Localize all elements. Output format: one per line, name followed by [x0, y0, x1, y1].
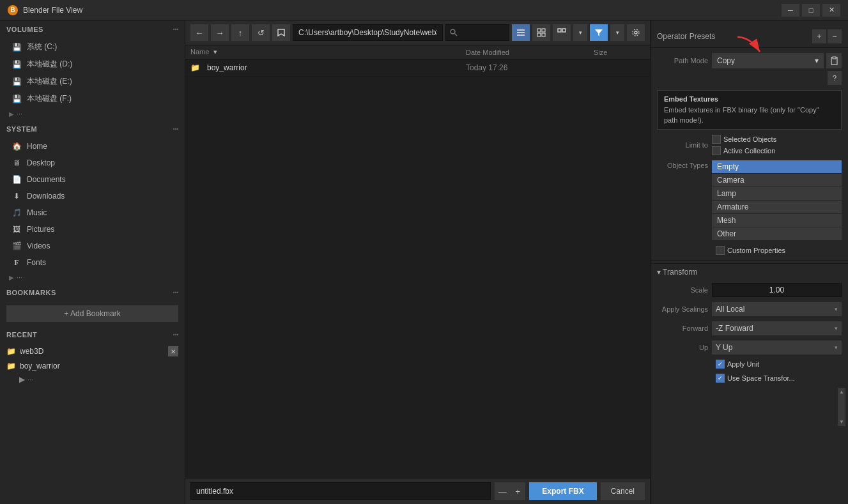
bookmarks-section-header[interactable]: Bookmarks ··· — [0, 284, 185, 302]
recent-more-arrow: ▶ — [19, 375, 25, 384]
music-label: Music — [27, 208, 47, 217]
col-date-header[interactable]: Date Modified — [466, 49, 594, 56]
obj-type-mesh[interactable]: Mesh — [712, 214, 842, 227]
file-toolbar: ← → ↑ ↺ — [185, 20, 650, 45]
bookmark-button[interactable] — [272, 24, 290, 41]
export-fbx-button[interactable]: Export FBX — [529, 482, 596, 500]
sidebar-item-c[interactable]: 💾 系统 (C:) — [0, 38, 185, 56]
search-icon — [449, 28, 458, 37]
home-icon: 🏠 — [12, 141, 22, 151]
up-button[interactable]: ↑ — [231, 24, 249, 41]
drive-e-icon: 💾 — [12, 77, 22, 87]
sidebar: Volumes ··· 💾 系统 (C:) 💾 本地磁盘 (D:) 💾 本地磁盘… — [0, 20, 185, 504]
add-bookmark-button[interactable]: + Add Bookmark — [6, 305, 178, 322]
grid-large-icon — [557, 28, 566, 37]
bookmarks-dots: ··· — [173, 287, 178, 298]
recent-more-dots: ··· — [27, 376, 33, 383]
filter-button[interactable] — [590, 24, 608, 41]
sidebar-item-music[interactable]: 🎵 Music — [0, 204, 185, 221]
videos-icon: 🎬 — [12, 241, 22, 251]
sidebar-item-d[interactable]: 💾 本地磁盘 (D:) — [0, 56, 185, 73]
svg-rect-6 — [542, 29, 545, 32]
recent-item-web3d[interactable]: 📁 web3D ✕ — [0, 344, 185, 359]
sidebar-item-pictures[interactable]: 🖼 Pictures — [0, 221, 185, 238]
up-select[interactable]: Y Up ▾ — [712, 340, 842, 355]
file-row-boy-warrior[interactable]: 📁 boy_warrior Today 17:26 — [185, 59, 650, 77]
refresh-button[interactable]: ↺ — [252, 24, 270, 41]
transform-divider — [651, 260, 848, 261]
forward-select[interactable]: -Z Forward ▾ — [712, 321, 842, 335]
obj-type-armature[interactable]: Armature — [712, 201, 842, 213]
col-name-header[interactable]: Name ▾ — [190, 48, 466, 56]
file-date: Today 17:26 — [466, 63, 594, 72]
sidebar-item-documents[interactable]: 📄 Documents — [0, 171, 185, 188]
back-button[interactable]: ← — [190, 24, 208, 41]
add-preset-button[interactable]: + — [812, 29, 826, 43]
svg-point-12 — [635, 31, 637, 34]
operator-presets-row: Operator Presets + − — [651, 26, 848, 48]
apply-unit-checkbox[interactable]: ✓ — [716, 360, 725, 369]
apply-scalings-select[interactable]: All Local ▾ — [712, 302, 842, 316]
increment-button[interactable]: + — [510, 482, 525, 500]
sidebar-item-videos[interactable]: 🎬 Videos — [0, 238, 185, 254]
home-label: Home — [27, 142, 47, 151]
cancel-button[interactable]: Cancel — [601, 482, 645, 500]
sidebar-item-downloads[interactable]: ⬇ Downloads — [0, 188, 185, 204]
settings-button[interactable] — [627, 24, 645, 41]
view-grid-small-button[interactable] — [532, 24, 550, 41]
volumes-more[interactable]: ▶ ··· — [0, 107, 185, 120]
bookmarks-label: Bookmarks — [6, 289, 56, 296]
sidebar-item-f[interactable]: 💾 本地磁盘 (F:) — [0, 90, 185, 107]
filename-input[interactable] — [190, 482, 491, 500]
obj-type-camera[interactable]: Camera — [712, 174, 842, 187]
sidebar-item-fonts[interactable]: F Fonts — [0, 254, 185, 271]
decrement-button[interactable]: — — [495, 482, 510, 500]
web3d-close-button[interactable]: ✕ — [168, 346, 178, 356]
transform-header[interactable]: ▾ Transform — [651, 263, 848, 280]
selected-objects-checkbox[interactable] — [712, 135, 721, 144]
active-collection-label: Active Collection — [723, 147, 775, 155]
volumes-label: Volumes — [6, 26, 43, 33]
clipboard-button[interactable] — [826, 53, 842, 68]
volumes-more-arrow: ▶ — [9, 111, 14, 118]
help-button[interactable]: ? — [828, 71, 842, 85]
obj-type-lamp[interactable]: Lamp — [712, 187, 842, 200]
svg-line-1 — [455, 34, 458, 36]
help-row: ? — [651, 71, 848, 88]
forward-button[interactable]: → — [211, 24, 229, 41]
object-types-list: Empty Camera Lamp Armature Mesh Other — [712, 160, 842, 241]
system-more[interactable]: ▶ ··· — [0, 271, 185, 284]
recent-more[interactable]: ▶ ··· — [0, 373, 185, 386]
col-size-header[interactable]: Size — [594, 49, 645, 56]
obj-type-other[interactable]: Other — [712, 227, 842, 240]
svg-marker-11 — [595, 29, 603, 36]
sidebar-item-e[interactable]: 💾 本地磁盘 (E:) — [0, 73, 185, 90]
sidebar-item-desktop[interactable]: 🖥 Desktop — [0, 155, 185, 171]
remove-preset-button[interactable]: − — [828, 29, 842, 43]
scale-input[interactable] — [712, 283, 842, 297]
path-input[interactable] — [293, 24, 443, 41]
minimize-button[interactable]: ─ — [782, 4, 799, 17]
path-mode-select[interactable]: Copy ▾ — [712, 53, 824, 68]
svg-rect-5 — [537, 29, 541, 32]
obj-type-empty[interactable]: Empty — [712, 160, 842, 173]
custom-properties-checkbox[interactable] — [716, 246, 725, 255]
maximize-button[interactable]: □ — [802, 4, 820, 17]
volumes-section-header[interactable]: Volumes ··· — [0, 20, 185, 38]
close-button[interactable]: ✕ — [822, 4, 840, 17]
tooltip-description: Embed textures in FBX binary file (only … — [664, 105, 835, 125]
active-collection-checkbox[interactable] — [712, 146, 721, 155]
recent-item-boy-warrior[interactable]: 📁 boy_warrior — [0, 359, 185, 373]
recent-section-header[interactable]: Recent ··· — [0, 326, 185, 344]
fonts-icon: F — [12, 257, 22, 268]
sidebar-item-home[interactable]: 🏠 Home — [0, 138, 185, 155]
documents-icon: 📄 — [12, 174, 22, 185]
view-mode-dropdown[interactable]: ▾ — [573, 24, 587, 41]
scrollbar[interactable]: ▲ ▼ — [838, 388, 845, 426]
apply-scalings-arrow: ▾ — [835, 306, 838, 312]
use-space-checkbox[interactable]: ✓ — [716, 374, 725, 383]
system-section-header[interactable]: System ··· — [0, 120, 185, 138]
view-grid-large-button[interactable] — [553, 24, 571, 41]
filter-dropdown[interactable]: ▾ — [610, 24, 624, 41]
view-list-button[interactable] — [512, 24, 530, 41]
